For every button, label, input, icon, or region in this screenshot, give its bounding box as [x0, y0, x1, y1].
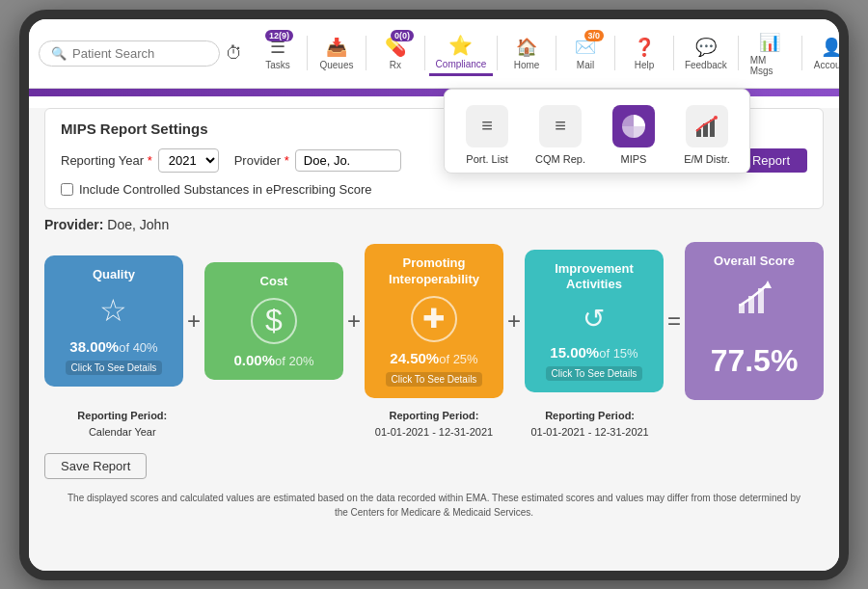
help-label: Help: [635, 60, 655, 70]
quality-score: 38.00%of 40%: [69, 338, 157, 355]
svg-point-4: [714, 116, 718, 120]
improvement-reporting: Reporting Period: 01-01-2021 - 12-31-202…: [512, 408, 668, 440]
provider-line: Provider: Doe, John: [44, 209, 824, 236]
nav-divider-3: [366, 36, 366, 70]
controlled-substances-checkbox[interactable]: [61, 183, 73, 196]
cost-score: 0.00%of 20%: [233, 352, 313, 368]
rx-label: Rx: [390, 60, 401, 70]
overall-card: Overall Score 77.5%: [685, 242, 824, 401]
promoting-title: Promoting Interoperability: [374, 255, 494, 288]
dropdown-item-cqm-rep[interactable]: ≡ CQM Rep.: [529, 105, 591, 165]
controlled-substances-label: Include Controlled Substances in ePrescr…: [79, 182, 372, 197]
quality-card[interactable]: Quality ☆ 38.00%of 40% Click To See Deta…: [44, 255, 183, 388]
mips-icon: [612, 105, 655, 147]
quality-details-link[interactable]: Click To See Details: [66, 361, 163, 375]
promoting-card[interactable]: Promoting Interoperability ✚ 24.50%of 25…: [365, 244, 503, 398]
cqm-rep-icon: ≡: [539, 105, 582, 147]
main-content: MIPS Report Settings Reporting Year * 20…: [29, 108, 839, 571]
tasks-icon: ☰ 12(9): [270, 36, 285, 58]
improvement-icon: ↺: [583, 303, 605, 335]
cost-icon: $: [251, 298, 297, 344]
mmmsgs-icon: 📊: [759, 31, 780, 53]
overall-title: Overall Score: [714, 254, 795, 270]
feedback-icon: 💬: [695, 36, 717, 58]
nav-item-queues[interactable]: 📥 Queues: [312, 32, 362, 74]
save-report-button[interactable]: Save Report: [44, 453, 147, 479]
tasks-label: Tasks: [265, 60, 290, 70]
em-distr-label: E/M Distr.: [684, 153, 730, 165]
nav-divider-6: [556, 36, 556, 70]
overall-score-value: 77.5%: [711, 343, 799, 379]
em-distr-icon: [686, 105, 728, 147]
mmmsgs-label: MM Msgs: [750, 55, 790, 76]
compliance-dropdown: ≡ Port. List ≡ CQM Rep. MIPS: [444, 89, 750, 174]
cqm-rep-label: CQM Rep.: [535, 153, 585, 165]
nav-divider-10: [801, 36, 802, 70]
cost-title: Cost: [260, 274, 288, 290]
queues-icon: 📥: [326, 36, 347, 58]
quality-reporting: Reporting Period: Calendar Year: [44, 408, 201, 440]
home-icon: 🏠: [516, 36, 537, 58]
nav-item-rx[interactable]: 💊 0(0) Rx: [370, 32, 420, 74]
provider-input[interactable]: [295, 149, 401, 172]
improvement-card[interactable]: Improvement Activities ↺ 15.00%of 15% Cl…: [525, 250, 664, 393]
reporting-year-select[interactable]: 2021: [158, 148, 219, 173]
account-label: Account: [814, 60, 849, 70]
nav-icons: ☰ 12(9) Tasks 📥 Queues 💊 0(0) Rx: [253, 27, 849, 80]
rx-icon: 💊 0(0): [385, 36, 406, 58]
nav-divider-8: [673, 36, 674, 70]
reporting-year-label: Reporting Year *: [61, 153, 152, 168]
nav-item-help[interactable]: ❓ Help: [619, 32, 669, 74]
mips-label: MIPS: [621, 153, 647, 165]
score-cards: Quality ☆ 38.00%of 40% Click To See Deta…: [44, 242, 824, 401]
nav-item-mmmsgs[interactable]: 📊 MM Msgs: [743, 27, 798, 80]
improvement-details-link[interactable]: Click To See Details: [546, 366, 643, 381]
promoting-reporting: Reporting Period: 01-01-2021 - 12-31-202…: [356, 408, 512, 440]
dropdown-item-mips[interactable]: MIPS: [603, 105, 665, 165]
account-icon: 👤: [821, 36, 842, 58]
feedback-label: Feedback: [685, 60, 727, 70]
nav-divider-4: [424, 36, 425, 70]
provider-name: Doe, John: [107, 217, 169, 232]
home-label: Home: [514, 60, 540, 70]
dropdown-item-em-distr[interactable]: E/M Distr.: [676, 105, 738, 165]
improvement-title: Improvement Activities: [534, 261, 654, 294]
mail-badge: 3/0: [584, 30, 605, 41]
operator-2: +: [343, 308, 365, 335]
port-list-label: Port. List: [466, 153, 507, 165]
promoting-details-link[interactable]: Click To See Details: [386, 372, 483, 387]
provider-group: Provider *: [234, 149, 401, 172]
compliance-label: Compliance: [436, 59, 487, 69]
operator-4: =: [664, 308, 685, 335]
nav-item-tasks[interactable]: ☰ 12(9) Tasks: [253, 32, 303, 74]
nav-item-compliance[interactable]: ⭐ Compliance: [429, 30, 493, 76]
nav-item-account[interactable]: 👤 Account: [806, 32, 849, 74]
nav-divider-5: [497, 36, 498, 70]
nav-item-mail[interactable]: ✉️ 3/0 Mail: [560, 32, 610, 74]
port-list-icon: ≡: [466, 105, 508, 147]
operator-3: +: [503, 308, 525, 335]
search-box[interactable]: 🔍: [39, 40, 220, 67]
nav-item-home[interactable]: 🏠 Home: [502, 32, 552, 74]
operator-1: +: [183, 308, 204, 335]
tablet-frame: 🔍 ⏱ ☰ 12(9) Tasks 📥 Queues: [19, 10, 849, 580]
compliance-icon: ⭐: [448, 34, 473, 57]
help-icon: ❓: [634, 36, 655, 58]
mail-label: Mail: [577, 60, 594, 70]
search-input[interactable]: [72, 46, 207, 61]
nav-divider-7: [614, 36, 615, 70]
reporting-year-group: Reporting Year * 2021: [61, 148, 219, 173]
nav-item-feedback[interactable]: 💬 Feedback: [678, 32, 734, 74]
top-nav: 🔍 ⏱ ☰ 12(9) Tasks 📥 Queues: [29, 19, 839, 89]
promoting-icon: ✚: [411, 296, 457, 342]
nav-divider-9: [738, 36, 739, 70]
quality-title: Quality: [93, 267, 135, 283]
history-button[interactable]: ⏱: [220, 40, 249, 67]
search-icon: 🔍: [51, 46, 67, 61]
dropdown-item-port-list[interactable]: ≡ Port. List: [456, 105, 518, 165]
checkbox-row: Include Controlled Substances in ePrescr…: [61, 182, 807, 197]
mail-icon: ✉️ 3/0: [575, 36, 596, 58]
cost-card[interactable]: Cost $ 0.00%of 20%: [204, 262, 343, 380]
promoting-score: 24.50%of 25%: [390, 350, 477, 366]
queues-label: Queues: [319, 60, 353, 70]
